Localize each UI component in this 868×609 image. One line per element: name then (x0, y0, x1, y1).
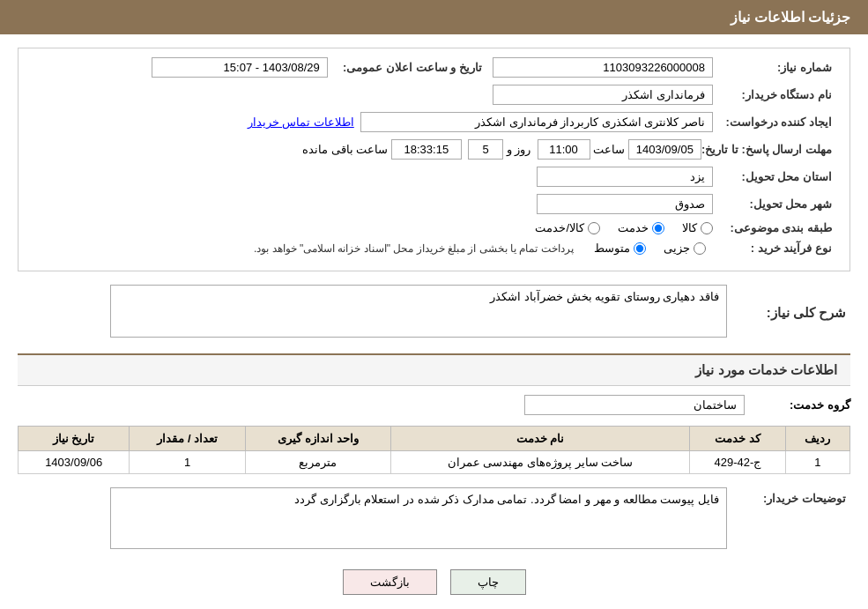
category-khadamat-radio[interactable] (652, 222, 664, 234)
province-row: استان محل تحویل: یزد (32, 167, 836, 187)
deadline-remaining: 18:33:15 (391, 139, 462, 160)
deadline-row: مهلت ارسال پاسخ: تا تاریخ: 1403/09/05 سا… (32, 139, 836, 160)
print-button[interactable]: چاپ (450, 569, 526, 595)
cell-date: 1403/09/06 (19, 451, 130, 474)
process-jozee[interactable]: جزیی (664, 241, 706, 255)
need-number-row: شماره نیاز: 1103093226000008 تاریخ و ساع… (32, 57, 836, 78)
creator-value: ناصر کلانتری اشکذری کاربرداز فرمانداری ا… (360, 112, 713, 132)
services-table-section: ردیف کد خدمت نام خدمت واحد اندازه گیری ت… (18, 426, 850, 474)
process-radio-group: جزیی متوسط (594, 241, 706, 255)
deadline-remaining-label: ساعت باقی مانده (302, 143, 388, 156)
buyer-org-row: نام دستگاه خریدار: فرمانداری اشکذر (32, 85, 836, 105)
col-name: نام خدمت (390, 427, 690, 451)
need-number-label: شماره نیاز: (713, 61, 836, 74)
col-date: تاریخ نیاز (19, 427, 130, 451)
deadline-date: 1403/09/05 (628, 139, 701, 160)
creator-row: ایجاد کننده درخواست: ناصر کلانتری اشکذری… (32, 112, 836, 132)
deadline-time: 11:00 (538, 139, 590, 160)
category-kala[interactable]: کالا (682, 221, 713, 234)
process-jozee-label: جزیی (664, 241, 690, 255)
buyer-org-value: فرمانداری اشکذر (493, 85, 713, 105)
cell-code: ج-42-429 (690, 451, 785, 474)
back-button[interactable]: بازگشت (343, 569, 437, 595)
process-label: نوع فرآیند خرید : (713, 241, 836, 255)
process-jozee-radio[interactable] (694, 242, 706, 255)
need-desc-area: فاقد دهیاری روستای تقویه بخش خضرآباد اشک… (18, 285, 727, 340)
category-row: طبقه بندی موضوعی: کالا خدمت کالا/خدمت (32, 221, 836, 234)
category-khadamat-label: خدمت (618, 221, 649, 234)
need-desc-textarea[interactable]: فاقد دهیاری روستای تقویه بخش خضرآباد اشک… (110, 285, 727, 338)
need-number-value: 1103093226000008 (493, 57, 713, 78)
need-desc-label: شرح کلی نیاز: (727, 305, 850, 321)
need-desc-row: شرح کلی نیاز: فاقد دهیاری روستای تقویه ب… (18, 285, 850, 340)
category-kala-label: کالا (682, 221, 697, 234)
city-value: صدوق (537, 194, 713, 214)
buyer-org-label: نام دستگاه خریدار: (713, 88, 836, 101)
province-label: استان محل تحویل: (713, 170, 836, 183)
col-qty: تعداد / مقدار (130, 427, 246, 451)
creator-contact-link[interactable]: اطلاعات تماس خریدار (248, 115, 354, 129)
process-note: پرداخت تمام یا بخشی از مبلغ خریداز محل "… (254, 242, 574, 255)
category-radio-group: کالا خدمت کالا/خدمت (535, 221, 713, 234)
page-container: جزئیات اطلاعات نیاز شماره نیاز: 11030932… (0, 0, 868, 609)
announce-date-value: 1403/08/29 - 15:07 (152, 57, 328, 78)
category-kala-khadamat[interactable]: کالا/خدمت (535, 221, 600, 234)
page-header: جزئیات اطلاعات نیاز (0, 0, 868, 34)
content-area: شماره نیاز: 1103093226000008 تاریخ و ساع… (0, 34, 868, 609)
services-table: ردیف کد خدمت نام خدمت واحد اندازه گیری ت… (18, 426, 850, 474)
cell-row_num: 1 (785, 451, 849, 474)
col-unit: واحد اندازه گیری (246, 427, 391, 451)
category-kala-khadamat-label: کالا/خدمت (535, 221, 584, 234)
deadline-days: 5 (468, 139, 503, 160)
city-label: شهر محل تحویل: (713, 197, 836, 211)
buttons-row: چاپ بازگشت (18, 556, 850, 608)
announce-date-label: تاریخ و ساعت اعلان عمومی: (328, 61, 486, 74)
services-section-title: اطلاعات خدمات مورد نیاز (18, 353, 850, 386)
city-row: شهر محل تحویل: صدوق (32, 194, 836, 214)
province-value: یزد (537, 167, 713, 187)
process-motavasset[interactable]: متوسط (594, 241, 646, 255)
deadline-time-label: ساعت (593, 143, 625, 156)
process-type-row: نوع فرآیند خرید : جزیی متوسط پرداخت تمام… (32, 241, 836, 255)
deadline-day-label: روز و (507, 143, 531, 156)
process-motavasset-label: متوسط (594, 241, 630, 255)
table-row: 1ج-42-429ساخت سایر پروژه‌های مهندسی عمرا… (19, 451, 850, 474)
deadline-label: مهلت ارسال پاسخ: تا تاریخ: (701, 143, 836, 156)
group-service-row: گروه خدمت: ساختمان (18, 395, 850, 415)
notes-row: توضیحات خریدار: (18, 487, 850, 549)
table-header-row: ردیف کد خدمت نام خدمت واحد اندازه گیری ت… (19, 427, 850, 451)
col-code: کد خدمت (690, 427, 785, 451)
category-khadamat[interactable]: خدمت (618, 221, 664, 234)
group-value: ساختمان (524, 395, 745, 415)
category-kala-khadamat-radio[interactable] (588, 222, 600, 234)
category-kala-radio[interactable] (701, 222, 713, 234)
notes-label: توضیحات خریدار: (727, 487, 850, 505)
cell-unit: مترمربع (246, 451, 391, 474)
category-label: طبقه بندی موضوعی: (713, 221, 836, 234)
col-row-num: ردیف (785, 427, 849, 451)
main-info-section: شماره نیاز: 1103093226000008 تاریخ و ساع… (18, 48, 850, 271)
cell-name: ساخت سایر پروژه‌های مهندسی عمران (390, 451, 690, 474)
notes-textarea[interactable] (110, 487, 727, 549)
process-motavasset-radio[interactable] (634, 242, 646, 255)
group-label: گروه خدمت: (753, 398, 850, 412)
page-title: جزئیات اطلاعات نیاز (731, 10, 850, 25)
creator-label: ایجاد کننده درخواست: (713, 115, 836, 129)
cell-qty: 1 (130, 451, 246, 474)
